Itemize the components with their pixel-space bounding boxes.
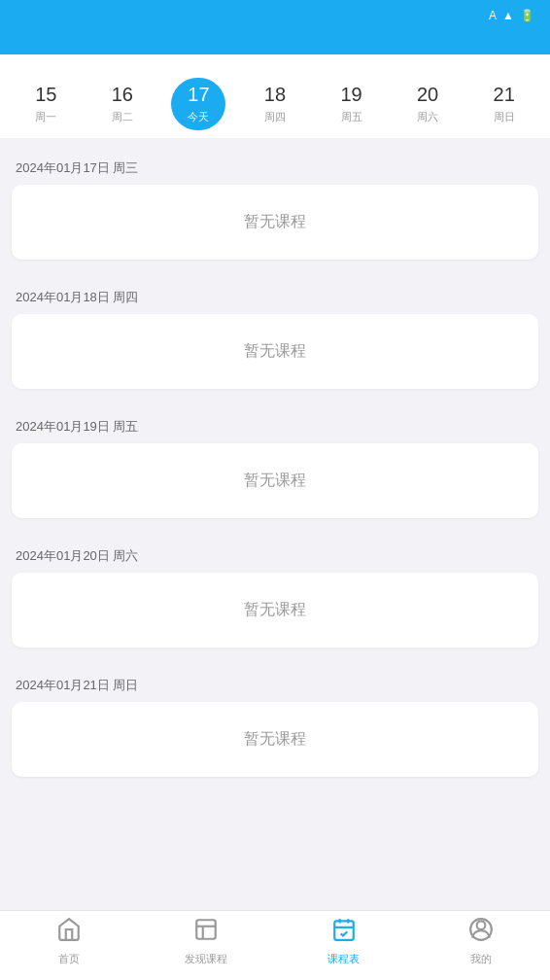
date-section-3: 2024年01月20日 周六 暂无课程 (0, 534, 550, 648)
days-row: 15 周一 16 周二 17 今天 18 周四 19 周五 20 周六 21 周… (0, 78, 550, 130)
content-area: 2024年01月17日 周三 暂无课程 2024年01月18日 周四 暂无课程 … (0, 146, 550, 980)
date-section-2: 2024年01月19日 周五 暂无课程 (0, 404, 550, 518)
nav-label: 首页 (58, 952, 80, 966)
date-header: 2024年01月19日 周五 (0, 404, 550, 443)
day-number: 21 (494, 84, 515, 106)
day-label: 周一 (35, 110, 56, 124)
no-course-text: 暂无课程 (244, 601, 306, 617)
date-header: 2024年01月18日 周四 (0, 275, 550, 314)
day-label: 周日 (494, 110, 515, 124)
status-bar: A ▲ 🔋 (0, 0, 550, 31)
day-item-19[interactable]: 19 周五 (325, 78, 379, 130)
profile-icon (468, 917, 494, 948)
discover-icon (193, 917, 219, 948)
nav-label: 课程表 (327, 952, 360, 966)
day-number: 20 (417, 84, 438, 106)
course-card: 暂无课程 (12, 702, 538, 777)
day-item-16[interactable]: 16 周二 (95, 78, 150, 130)
week-selector: 15 周一 16 周二 17 今天 18 周四 19 周五 20 周六 21 周… (0, 54, 550, 138)
battery-icon: 🔋 (520, 9, 534, 22)
day-number: 19 (340, 84, 361, 106)
day-label: 周二 (112, 110, 133, 124)
no-course-text: 暂无课程 (244, 730, 306, 747)
no-course-text: 暂无课程 (244, 213, 306, 229)
day-number: 16 (112, 84, 133, 106)
nav-item-schedule[interactable]: 课程表 (275, 917, 413, 966)
day-number: 17 (188, 84, 209, 106)
course-card: 暂无课程 (12, 314, 538, 389)
nav-label: 我的 (470, 952, 492, 966)
wifi-icon: ▲ (502, 9, 514, 22)
date-header: 2024年01月21日 周日 (0, 663, 550, 702)
nav-item-home[interactable]: 首页 (0, 917, 138, 966)
schedule-icon (331, 917, 357, 948)
day-item-15[interactable]: 15 周一 (18, 78, 73, 130)
day-item-20[interactable]: 20 周六 (400, 78, 455, 130)
status-icons: A ▲ 🔋 (489, 9, 534, 22)
date-section-1: 2024年01月18日 周四 暂无课程 (0, 275, 550, 389)
nav-label: 发现课程 (185, 952, 227, 966)
home-icon (56, 917, 82, 948)
day-item-17[interactable]: 17 今天 (171, 78, 225, 130)
svg-point-7 (477, 921, 486, 929)
date-section-0: 2024年01月17日 周三 暂无课程 (0, 146, 550, 260)
course-card: 暂无课程 (12, 443, 538, 518)
day-label: 今天 (188, 110, 209, 124)
nav-item-profile[interactable]: 我的 (413, 917, 551, 966)
notification-icon: A (489, 9, 497, 22)
day-label: 周六 (417, 110, 438, 124)
nav-item-discover[interactable]: 发现课程 (138, 917, 276, 966)
day-item-18[interactable]: 18 周四 (248, 78, 302, 130)
bottom-nav: 首页 发现课程 课程表 我的 (0, 910, 550, 980)
divider (0, 138, 550, 146)
app-header (0, 31, 550, 54)
day-label: 周四 (264, 110, 286, 124)
no-course-text: 暂无课程 (244, 472, 306, 488)
day-item-21[interactable]: 21 周日 (477, 78, 532, 130)
date-header: 2024年01月17日 周三 (0, 146, 550, 185)
no-course-text: 暂无课程 (244, 342, 306, 359)
svg-rect-0 (197, 920, 217, 939)
course-card: 暂无课程 (12, 185, 538, 260)
course-card: 暂无课程 (12, 573, 538, 648)
day-label: 周五 (341, 110, 362, 124)
day-number: 18 (264, 84, 286, 106)
date-header: 2024年01月20日 周六 (0, 534, 550, 573)
svg-rect-3 (334, 921, 354, 940)
day-number: 15 (35, 84, 56, 106)
date-section-4: 2024年01月21日 周日 暂无课程 (0, 663, 550, 777)
